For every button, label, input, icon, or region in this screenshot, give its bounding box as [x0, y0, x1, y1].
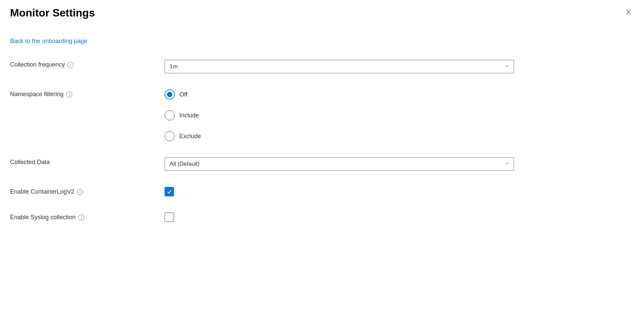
- enable-syslog-checkbox[interactable]: [165, 212, 174, 222]
- chevron-down-icon: [505, 161, 510, 167]
- close-button[interactable]: [623, 7, 634, 17]
- collection-frequency-label: Collection frequency: [10, 61, 65, 68]
- radio-indicator: [165, 89, 175, 100]
- collection-frequency-value: 1m: [170, 63, 178, 70]
- close-icon: [625, 9, 632, 15]
- namespace-filtering-radio-off[interactable]: Off: [165, 89, 514, 100]
- radio-indicator: [165, 110, 175, 120]
- page-title: Monitor Settings: [10, 7, 95, 19]
- namespace-filtering-radio-include[interactable]: Include: [165, 110, 514, 120]
- namespace-filtering-label: Namespace filtering: [10, 91, 63, 98]
- collected-data-label: Collected Data: [10, 159, 50, 166]
- info-icon[interactable]: i: [77, 189, 83, 195]
- radio-label: Include: [179, 112, 199, 119]
- chevron-down-icon: [505, 63, 510, 70]
- info-icon[interactable]: i: [78, 214, 84, 221]
- enable-containerlogv2-checkbox[interactable]: [165, 187, 174, 196]
- info-icon[interactable]: i: [68, 62, 74, 68]
- info-icon[interactable]: i: [66, 91, 72, 97]
- collected-data-value: All (Default): [170, 161, 200, 167]
- collected-data-select[interactable]: All (Default): [165, 157, 514, 171]
- radio-label: Exclude: [179, 133, 201, 140]
- radio-label: Off: [179, 91, 187, 98]
- enable-containerlogv2-label: Enable ContainerLogV2: [10, 188, 74, 195]
- enable-syslog-label: Enable Syslog collection: [10, 214, 76, 221]
- namespace-filtering-radio-group: Off Include Exclude: [165, 89, 514, 141]
- checkmark-icon: [166, 189, 172, 195]
- collection-frequency-select[interactable]: 1m: [165, 60, 514, 73]
- namespace-filtering-radio-exclude[interactable]: Exclude: [165, 131, 514, 141]
- back-link[interactable]: Back to the onboarding page: [10, 38, 87, 45]
- radio-indicator: [165, 131, 175, 141]
